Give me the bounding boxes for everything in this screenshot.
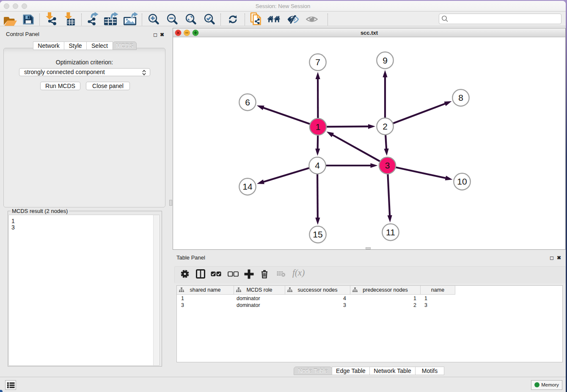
svg-text:2: 2 — [383, 121, 388, 131]
svg-text:4: 4 — [315, 160, 320, 170]
svg-text:7: 7 — [315, 57, 320, 67]
svg-text:10: 10 — [457, 177, 467, 186]
svg-text:8: 8 — [458, 93, 463, 102]
svg-text:9: 9 — [383, 55, 388, 65]
svg-text:1: 1 — [316, 122, 321, 132]
svg-text:6: 6 — [245, 97, 250, 107]
svg-text:15: 15 — [313, 229, 322, 239]
svg-text:11: 11 — [386, 227, 395, 237]
svg-text:3: 3 — [385, 160, 390, 170]
svg-text:14: 14 — [242, 182, 253, 191]
